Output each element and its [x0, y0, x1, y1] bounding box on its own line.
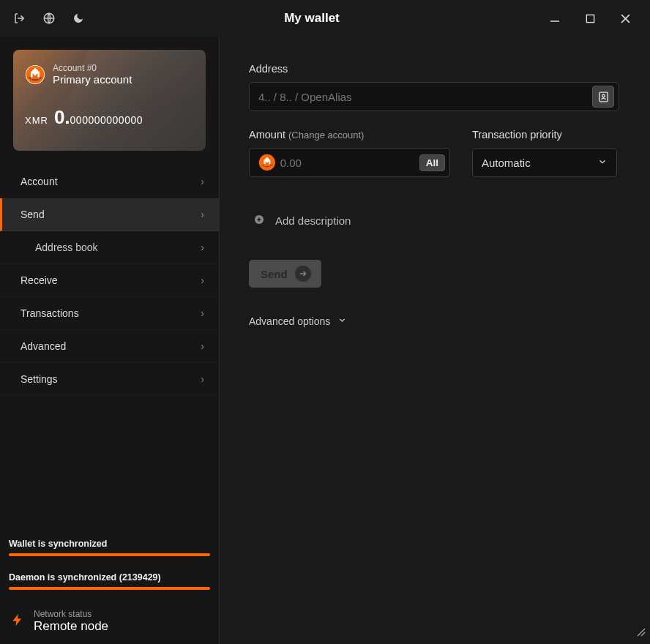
lightning-icon	[10, 610, 25, 633]
daemon-sync-bar	[9, 587, 210, 590]
nav-transactions[interactable]: Transactions ›	[0, 297, 219, 330]
network-status[interactable]: Network status Remote node	[0, 606, 219, 644]
wallet-sync-bar	[9, 553, 210, 556]
svg-line-13	[641, 632, 645, 636]
resize-handle-icon[interactable]	[635, 626, 646, 640]
window-title: My wallet	[86, 11, 537, 26]
monero-icon	[258, 154, 276, 171]
daemon-sync-status: Daemon is synchronized (2139429)	[0, 572, 219, 606]
plus-circle-icon	[253, 214, 265, 228]
address-book-button[interactable]	[592, 86, 614, 108]
amount-all-button[interactable]: All	[419, 154, 445, 171]
nav-address-book[interactable]: Address book ›	[0, 231, 219, 264]
address-input[interactable]	[258, 91, 592, 103]
arrow-right-circle-icon	[295, 266, 311, 282]
content-area: Address Amount (Change account) All	[220, 37, 650, 644]
address-input-wrap	[249, 82, 619, 111]
titlebar: My wallet	[0, 0, 650, 37]
minimize-button[interactable]	[537, 4, 572, 33]
chevron-right-icon: ›	[201, 176, 204, 187]
wallet-sync-status: Wallet is synchronized	[0, 539, 219, 572]
chevron-down-icon	[597, 157, 608, 169]
priority-select[interactable]: Automatic	[472, 148, 617, 177]
close-button[interactable]	[608, 4, 643, 33]
logout-icon[interactable]	[12, 10, 28, 26]
priority-label: Transaction priority	[472, 129, 617, 141]
monero-logo-icon	[25, 64, 45, 85]
nav-settings[interactable]: Settings ›	[0, 363, 219, 396]
account-balance: XMR 0.000000000000	[25, 106, 194, 129]
advanced-options-toggle[interactable]: Advanced options	[249, 315, 621, 327]
address-label: Address	[249, 63, 621, 75]
amount-input[interactable]	[280, 157, 419, 169]
account-card[interactable]: Account #0 Primary account XMR 0.0000000…	[13, 50, 206, 151]
chevron-right-icon: ›	[201, 209, 204, 220]
moon-icon[interactable]	[70, 10, 86, 26]
account-number: Account #0	[53, 63, 132, 73]
send-button[interactable]: Send	[249, 260, 321, 288]
globe-icon[interactable]	[41, 10, 57, 26]
nav-account[interactable]: Account ›	[0, 165, 219, 198]
sidebar-nav: Account › Send › Address book › Receive …	[0, 165, 219, 396]
sidebar: Account #0 Primary account XMR 0.0000000…	[0, 37, 220, 644]
nav-advanced[interactable]: Advanced ›	[0, 330, 219, 363]
nav-send[interactable]: Send ›	[0, 198, 219, 231]
svg-line-12	[638, 629, 645, 636]
nav-receive[interactable]: Receive ›	[0, 264, 219, 297]
chevron-right-icon: ›	[201, 242, 204, 253]
chevron-right-icon: ›	[201, 274, 204, 286]
svg-point-8	[602, 94, 605, 97]
amount-input-wrap: All	[249, 148, 450, 177]
account-name: Primary account	[53, 73, 132, 86]
add-description-button[interactable]: Add description	[249, 214, 621, 228]
chevron-right-icon: ›	[201, 307, 204, 319]
chevron-right-icon: ›	[201, 340, 204, 352]
amount-label: Amount (Change account)	[249, 129, 450, 141]
svg-rect-2	[586, 15, 594, 22]
chevron-down-icon	[337, 315, 347, 327]
change-account-link[interactable]: (Change account)	[288, 130, 364, 141]
maximize-button[interactable]	[572, 4, 608, 33]
chevron-right-icon: ›	[201, 373, 204, 385]
